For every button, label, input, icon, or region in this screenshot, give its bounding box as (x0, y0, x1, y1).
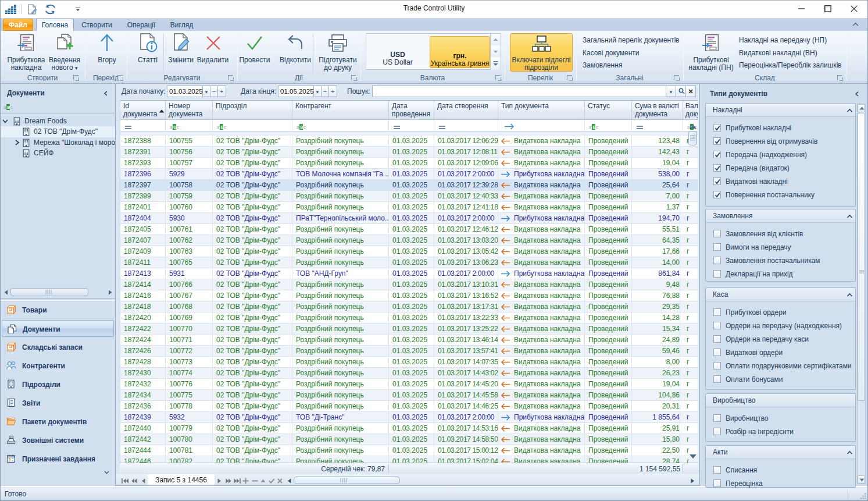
svg-text:c: c (303, 125, 306, 130)
svg-text:c: c (10, 105, 13, 110)
svg-text:a: a (3, 105, 6, 110)
svg-text:c: c (224, 125, 226, 130)
svg-text:a: a (170, 125, 173, 130)
svg-text:a: a (297, 125, 299, 130)
svg-text:a: a (589, 125, 592, 130)
svg-text:c: c (596, 125, 598, 130)
svg-text:c: c (177, 125, 179, 130)
svg-text:a: a (217, 125, 220, 130)
